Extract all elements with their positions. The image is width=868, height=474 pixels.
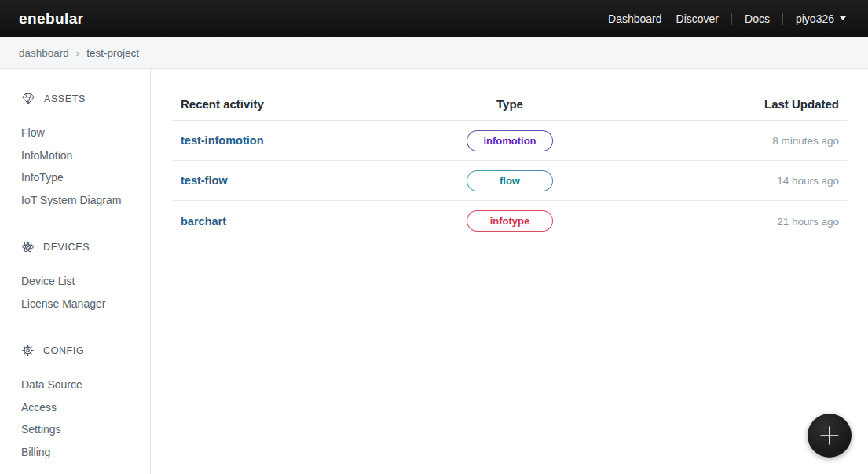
- atom-icon: [21, 240, 35, 253]
- table-row: test-flow flow 14 hours ago: [173, 161, 847, 201]
- nav-link-docs[interactable]: Docs: [738, 8, 777, 30]
- table-row: test-infomotion infomotion 8 minutes ago: [173, 121, 847, 161]
- breadcrumb: dashboard › test-project: [0, 37, 868, 69]
- sidebar-item-billing[interactable]: Billing: [21, 441, 150, 464]
- sidebar-item-flow[interactable]: Flow: [21, 122, 150, 144]
- type-badge-infotype: infotype: [467, 210, 553, 232]
- sidebar-item-access[interactable]: Access: [21, 396, 150, 419]
- sidebar-title-devices: DEVICES: [43, 242, 90, 253]
- header-last-updated: Last Updated: [620, 97, 847, 111]
- sidebar-section-assets: ASSETS Flow InfoMotion InfoType IoT Syst…: [21, 93, 150, 211]
- breadcrumb-separator: ›: [76, 47, 79, 59]
- sidebar-title-assets: ASSETS: [44, 93, 86, 104]
- type-badge-infomotion: infomotion: [467, 130, 553, 151]
- sidebar-header-assets: ASSETS: [21, 93, 150, 105]
- activity-link-test-infomotion[interactable]: test-infomotion: [181, 134, 264, 147]
- last-updated-value: 14 hours ago: [777, 175, 839, 187]
- user-menu[interactable]: piyo326: [789, 8, 849, 30]
- nav-link-dashboard[interactable]: Dashboard: [601, 8, 669, 30]
- table-row: barchart infotype 21 hours ago: [173, 201, 847, 241]
- top-navbar: enebular Dashboard Discover Docs piyo326: [0, 0, 868, 37]
- activity-link-test-flow[interactable]: test-flow: [181, 174, 228, 187]
- sidebar-item-infotype[interactable]: InfoType: [21, 166, 150, 189]
- sidebar-header-config: CONFIG: [21, 344, 150, 357]
- sidebar-item-settings[interactable]: Settings: [21, 418, 150, 441]
- sidebar-item-infomotion[interactable]: InfoMotion: [21, 144, 150, 167]
- chevron-down-icon: [840, 16, 846, 20]
- sidebar-section-devices: DEVICES Device List License Manager: [21, 240, 150, 315]
- last-updated-value: 8 minutes ago: [772, 135, 839, 147]
- navbar-links: Dashboard Discover Docs piyo326: [601, 8, 849, 30]
- breadcrumb-current-project: test-project: [86, 47, 139, 59]
- breadcrumb-dashboard[interactable]: dashboard: [19, 47, 69, 59]
- recent-activity-table: Recent activity Type Last Updated test-i…: [173, 88, 847, 241]
- header-recent-activity: Recent activity: [173, 97, 400, 111]
- sidebar: ASSETS Flow InfoMotion InfoType IoT Syst…: [0, 69, 151, 474]
- add-button[interactable]: [808, 414, 852, 458]
- gear-icon: [21, 344, 35, 357]
- sidebar-header-devices: DEVICES: [21, 240, 150, 253]
- header-type: Type: [400, 97, 619, 111]
- type-badge-flow: flow: [467, 170, 553, 191]
- gem-icon: [21, 93, 35, 105]
- table-header-row: Recent activity Type Last Updated: [173, 88, 847, 121]
- sidebar-item-license-manager[interactable]: License Manager: [21, 293, 150, 315]
- divider: [731, 13, 732, 25]
- nav-link-discover[interactable]: Discover: [669, 8, 726, 30]
- enebular-logo[interactable]: enebular: [19, 10, 83, 27]
- divider: [782, 13, 783, 25]
- sidebar-item-iot-system-diagram[interactable]: IoT System Diagram: [21, 189, 150, 212]
- activity-link-barchart[interactable]: barchart: [181, 215, 226, 228]
- sidebar-section-config: CONFIG Data Source Access Settings Billi…: [21, 344, 150, 463]
- sidebar-item-data-source[interactable]: Data Source: [21, 374, 150, 396]
- sidebar-item-device-list[interactable]: Device List: [21, 270, 150, 293]
- sidebar-title-config: CONFIG: [43, 345, 84, 356]
- plus-icon: [819, 425, 840, 446]
- last-updated-value: 21 hours ago: [777, 216, 839, 228]
- user-name: piyo326: [796, 13, 834, 25]
